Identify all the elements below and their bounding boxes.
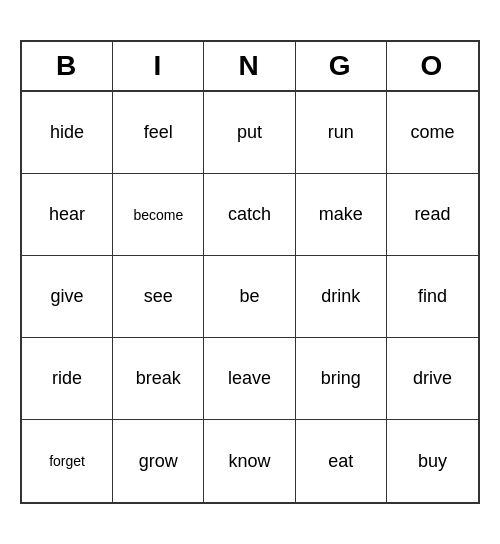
header-letter: I (113, 42, 204, 90)
bingo-cell: feel (113, 92, 204, 174)
bingo-cell: drive (387, 338, 478, 420)
bingo-cell: buy (387, 420, 478, 502)
bingo-cell: break (113, 338, 204, 420)
bingo-cell: see (113, 256, 204, 338)
bingo-cell: be (204, 256, 295, 338)
bingo-cell: hear (22, 174, 113, 256)
bingo-cell: become (113, 174, 204, 256)
bingo-cell: eat (296, 420, 387, 502)
bingo-cell: come (387, 92, 478, 174)
bingo-cell: make (296, 174, 387, 256)
bingo-cell: ride (22, 338, 113, 420)
bingo-cell: drink (296, 256, 387, 338)
header-letter: N (204, 42, 295, 90)
bingo-cell: know (204, 420, 295, 502)
bingo-cell: read (387, 174, 478, 256)
bingo-cell: grow (113, 420, 204, 502)
bingo-cell: give (22, 256, 113, 338)
bingo-grid: hidefeelputruncomehearbecomecatchmakerea… (22, 92, 478, 502)
header-letter: G (296, 42, 387, 90)
bingo-cell: forget (22, 420, 113, 502)
bingo-cell: run (296, 92, 387, 174)
bingo-cell: find (387, 256, 478, 338)
bingo-cell: put (204, 92, 295, 174)
header-letter: B (22, 42, 113, 90)
bingo-cell: bring (296, 338, 387, 420)
bingo-cell: hide (22, 92, 113, 174)
bingo-cell: leave (204, 338, 295, 420)
header-letter: O (387, 42, 478, 90)
bingo-card: BINGO hidefeelputruncomehearbecomecatchm… (20, 40, 480, 504)
bingo-cell: catch (204, 174, 295, 256)
bingo-header: BINGO (22, 42, 478, 92)
